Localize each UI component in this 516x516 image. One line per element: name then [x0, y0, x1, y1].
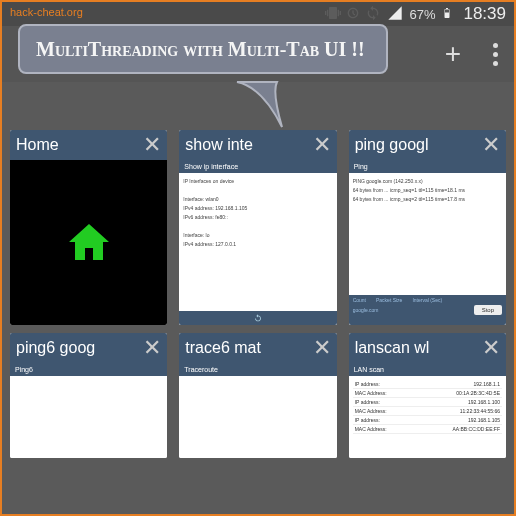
stop-button[interactable]: Stop — [474, 305, 502, 315]
tab-header: trace6 mat ✕ — [179, 333, 336, 363]
tab-header: ping googl ✕ — [349, 130, 506, 160]
speech-bubble: MultiThreading with Multi-Tab UI !! — [18, 24, 388, 74]
signal-icon — [387, 5, 403, 24]
tab-title: ping6 goog — [16, 339, 95, 357]
tab-sub-header: Show ip interface — [179, 160, 336, 173]
tab-body: Show ip interface IP Interfaces on devic… — [179, 160, 336, 325]
tab-body: Ping PING google.com (142.250.x.x) 64 by… — [349, 160, 506, 325]
status-clock: 18:39 — [463, 4, 506, 24]
lan-rows: IP address:192.168.1.1 MAC Address:00:1A… — [353, 380, 502, 434]
vibrate-icon — [325, 5, 341, 24]
watermark-text: hack-cheat.org — [10, 6, 83, 18]
label-interval: Interval (Sec) — [412, 297, 442, 303]
tab-show-interface[interactable]: show inte ✕ Show ip interface IP Interfa… — [179, 130, 336, 325]
close-icon[interactable]: ✕ — [313, 337, 331, 359]
tab-header: Home ✕ — [10, 130, 167, 160]
tab-body-home — [10, 160, 167, 325]
lan-row: MAC Address:11:22:33:44:55:66 — [353, 407, 502, 416]
add-tab-button[interactable]: + — [445, 40, 461, 68]
tab-home[interactable]: Home ✕ — [10, 130, 167, 325]
tab-body: LAN scan IP address:192.168.1.1 MAC Addr… — [349, 363, 506, 458]
tab-sub-header: Ping6 — [10, 363, 167, 376]
tab-sub-header: Traceroute — [179, 363, 336, 376]
tab-ping-google[interactable]: ping googl ✕ Ping PING google.com (142.2… — [349, 130, 506, 325]
tab-body: Ping6 — [10, 363, 167, 458]
label-count: Count — [353, 297, 366, 303]
tab-title: lanscan wl — [355, 339, 430, 357]
battery-icon — [441, 4, 453, 25]
tab-title: show inte — [185, 136, 253, 154]
tab-title: ping googl — [355, 136, 429, 154]
close-icon[interactable]: ✕ — [482, 337, 500, 359]
lan-row: IP address:192.168.1.1 — [353, 380, 502, 389]
close-icon[interactable]: ✕ — [482, 134, 500, 156]
status-icons-group — [325, 5, 381, 24]
close-icon[interactable]: ✕ — [143, 337, 161, 359]
tab-header: lanscan wl ✕ — [349, 333, 506, 363]
svg-rect-0 — [445, 9, 449, 12]
tabs-grid-row2: ping6 goog ✕ Ping6 trace6 mat ✕ Tracerou… — [2, 333, 514, 458]
tab-sub-header: LAN scan — [349, 363, 506, 376]
tab-title: trace6 mat — [185, 339, 261, 357]
tab-trace6[interactable]: trace6 mat ✕ Traceroute — [179, 333, 336, 458]
tab-ping6-google[interactable]: ping6 goog ✕ Ping6 — [10, 333, 167, 458]
label-size: Packet Size — [376, 297, 402, 303]
lan-row: MAC Address:00:1A:2B:3C:4D:5E — [353, 389, 502, 398]
lan-row: MAC Address:AA:BB:CC:DD:EE:FF — [353, 425, 502, 434]
lan-row: IP address:192.168.1.100 — [353, 398, 502, 407]
close-icon[interactable]: ✕ — [313, 134, 331, 156]
close-icon[interactable]: ✕ — [143, 134, 161, 156]
tab-content: PING google.com (142.250.x.x) 64 bytes f… — [353, 177, 502, 204]
refresh-footer[interactable] — [179, 311, 336, 325]
lan-row: IP address:192.168.1.105 — [353, 416, 502, 425]
tab-content: IP Interfaces on device Interface: wlan0… — [183, 177, 332, 249]
overflow-menu-button[interactable] — [493, 43, 498, 66]
tab-body: Traceroute — [179, 363, 336, 458]
ping-controls: Count Packet Size Interval (Sec) google.… — [349, 295, 506, 325]
tab-title: Home — [16, 136, 59, 154]
ping-host: google.com — [353, 307, 379, 313]
home-icon — [65, 218, 113, 267]
alarm-icon — [345, 5, 361, 24]
sync-icon — [365, 5, 381, 24]
battery-percentage: 67% — [409, 7, 435, 22]
tab-header: ping6 goog ✕ — [10, 333, 167, 363]
tab-lanscan[interactable]: lanscan wl ✕ LAN scan IP address:192.168… — [349, 333, 506, 458]
tab-sub-header: Ping — [349, 160, 506, 173]
